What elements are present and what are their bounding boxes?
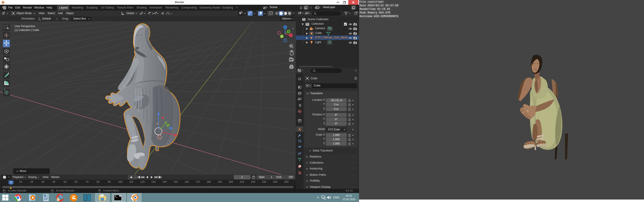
svg-text:Z: Z [284, 26, 286, 28]
svg-text:X: X [290, 34, 292, 36]
svg-text:Y: Y [288, 30, 290, 33]
